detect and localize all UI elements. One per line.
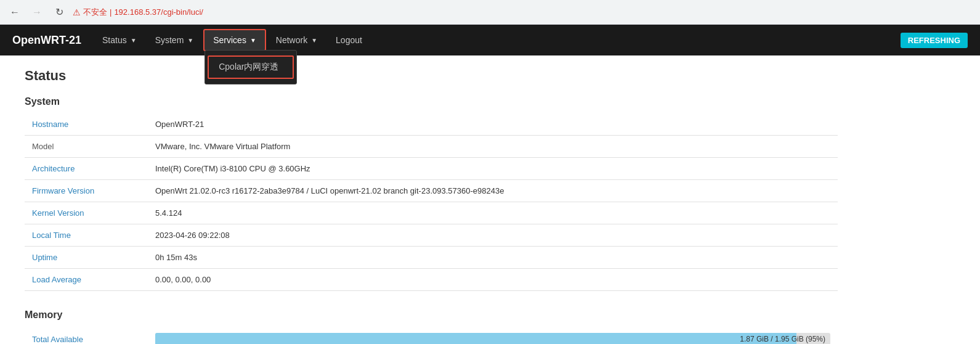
status-label: Status xyxy=(102,35,127,45)
table-row: Firmware Version OpenWrt 21.02.0-rc3 r16… xyxy=(25,180,838,202)
nav-brand[interactable]: OpenWRT-21 xyxy=(12,34,81,47)
security-text: 不安全 xyxy=(83,7,107,18)
table-row: Architecture Intel(R) Core(TM) i3-8100 C… xyxy=(25,158,838,180)
system-label: System xyxy=(155,35,184,45)
label-kernel: Kernel Version xyxy=(25,202,148,224)
url-text: 192.168.5.37/cgi-bin/luci/ xyxy=(114,7,203,17)
section-title-system: System xyxy=(25,96,838,107)
table-row: Kernel Version 5.4.124 xyxy=(25,202,838,224)
memory-progress-text: 1.87 GiB / 1.95 GiB (95%) xyxy=(740,335,825,343)
value-localtime: 2023-04-26 09:22:08 xyxy=(148,224,838,247)
memory-progress-bar: 1.87 GiB / 1.95 GiB (95%) xyxy=(155,333,830,344)
memory-progress-fill xyxy=(155,333,796,344)
section-title-memory: Memory xyxy=(25,309,838,321)
back-button[interactable]: ← xyxy=(6,4,23,21)
page-title: Status xyxy=(25,68,838,84)
main-content: Status System Hostname OpenWRT-21 Model … xyxy=(0,55,862,344)
network-label: Network xyxy=(276,35,307,45)
nav-item-status[interactable]: Status ▼ xyxy=(94,30,145,50)
services-dropdown: Cpolar内网穿透 xyxy=(205,50,297,84)
security-warning: ⚠ 不安全 | 192.168.5.37/cgi-bin/luci/ xyxy=(73,7,203,18)
system-info-table: Hostname OpenWRT-21 Model VMware, Inc. V… xyxy=(25,113,838,291)
dropdown-item-cpolar[interactable]: Cpolar内网穿透 xyxy=(208,55,294,79)
nav-item-network[interactable]: Network ▼ xyxy=(267,30,326,50)
system-arrow: ▼ xyxy=(187,37,193,44)
label-architecture: Architecture xyxy=(25,158,148,180)
value-loadavg: 0.00, 0.00, 0.00 xyxy=(148,269,838,291)
table-row: Model VMware, Inc. VMware Virtual Platfo… xyxy=(25,136,838,158)
services-arrow: ▼ xyxy=(250,37,256,44)
label-localtime: Local Time xyxy=(25,224,148,247)
refreshing-button[interactable]: REFRESHING xyxy=(901,33,968,48)
value-firmware: OpenWrt 21.02.0-rc3 r16172-2aba3e9784 / … xyxy=(148,180,838,202)
warning-icon: ⚠ xyxy=(73,7,81,17)
value-architecture: Intel(R) Core(TM) i3-8100 CPU @ 3.60GHz xyxy=(148,158,838,180)
value-uptime: 0h 15m 43s xyxy=(148,247,838,269)
value-total-available: 1.87 GiB / 1.95 GiB (95%) xyxy=(148,327,838,344)
status-arrow: ▼ xyxy=(131,37,137,44)
table-row: Local Time 2023-04-26 09:22:08 xyxy=(25,224,838,247)
label-total-available: Total Available xyxy=(25,327,148,344)
browser-chrome: ← → ↻ ⚠ 不安全 | 192.168.5.37/cgi-bin/luci/ xyxy=(0,0,980,25)
table-row: Load Average 0.00, 0.00, 0.00 xyxy=(25,269,838,291)
nav-menu: Status ▼ System ▼ Services ▼ Cpolar内网穿透 … xyxy=(94,29,371,51)
refresh-button[interactable]: ↻ xyxy=(51,4,68,21)
value-kernel: 5.4.124 xyxy=(148,202,838,224)
table-row: Hostname OpenWRT-21 xyxy=(25,113,838,136)
separator: | xyxy=(110,7,111,17)
services-label: Services xyxy=(213,35,246,45)
label-firmware: Firmware Version xyxy=(25,180,148,202)
forward-button[interactable]: → xyxy=(28,4,46,21)
network-arrow: ▼ xyxy=(311,37,317,44)
logout-label: Logout xyxy=(336,35,362,45)
nav-item-services[interactable]: Services ▼ Cpolar内网穿透 xyxy=(203,29,266,51)
label-uptime: Uptime xyxy=(25,247,148,269)
memory-info-table: Total Available 1.87 GiB / 1.95 GiB (95%… xyxy=(25,327,838,344)
value-model: VMware, Inc. VMware Virtual Platform xyxy=(148,136,838,158)
value-hostname: OpenWRT-21 xyxy=(148,113,838,136)
label-hostname: Hostname xyxy=(25,113,148,136)
nav-item-logout[interactable]: Logout xyxy=(327,30,371,50)
nav-item-system[interactable]: System ▼ xyxy=(147,30,203,50)
top-nav: OpenWRT-21 Status ▼ System ▼ Services ▼ … xyxy=(0,25,980,55)
table-row: Uptime 0h 15m 43s xyxy=(25,247,838,269)
cpolar-label: Cpolar内网穿透 xyxy=(219,62,278,72)
label-model: Model xyxy=(25,136,148,158)
label-loadavg: Load Average xyxy=(25,269,148,291)
table-row: Total Available 1.87 GiB / 1.95 GiB (95%… xyxy=(25,327,838,344)
